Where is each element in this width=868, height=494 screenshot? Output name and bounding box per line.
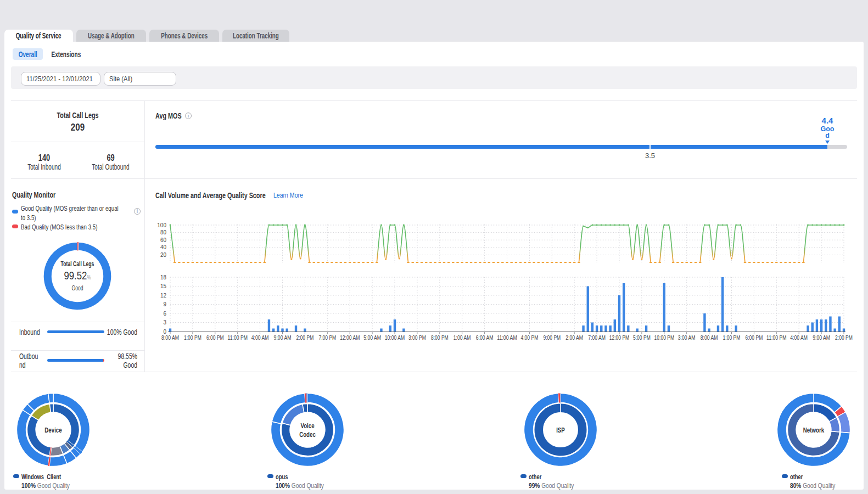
dashboard-page: Quality of Service Usage & Adoption Phon…	[0, 0, 868, 494]
svg-text:10:00 AM: 10:00 AM	[385, 334, 405, 341]
divider	[11, 350, 144, 351]
svg-text:40: 40	[160, 244, 167, 250]
legend-quality-text: Good Quality	[541, 481, 574, 490]
avg-mos-slider-track	[155, 145, 847, 149]
svg-text:8:00 PM: 8:00 PM	[431, 334, 449, 341]
network-donut-center-label: Network	[794, 426, 833, 434]
svg-text:7:00 AM: 7:00 AM	[588, 334, 606, 341]
avg-mos-threshold-label: 3.5	[645, 151, 655, 160]
tab-phones-devices[interactable]: Phones & Devices	[149, 30, 219, 42]
isp-legend-value: 99% Good Quality	[529, 481, 574, 490]
avg-mos-value: 4.4	[822, 116, 833, 125]
divider	[11, 142, 144, 142]
network-legend-value: 80% Good Quality	[790, 481, 835, 490]
outbound-row-label: Outbound	[19, 352, 41, 369]
tab-quality-of-service[interactable]: Quality of Service	[4, 30, 73, 42]
svg-text:12:00 AM: 12:00 AM	[340, 334, 360, 341]
total-outbound-value: 69	[84, 153, 137, 163]
avg-mos-status: Good	[820, 126, 835, 139]
svg-text:4:00 AM: 4:00 AM	[790, 334, 808, 341]
date-range-input[interactable]: 11/25/2021 - 12/01/2021	[21, 72, 100, 86]
svg-text:12: 12	[160, 293, 167, 299]
site-filter-input[interactable]: Site (All)	[104, 72, 176, 86]
legend-quality-text: Good Quality	[292, 481, 324, 490]
total-inbound-value: 140	[18, 153, 71, 163]
divider	[11, 322, 144, 322]
inbound-row-label: Inbound	[19, 328, 41, 336]
inbound-row-value: 100% Good	[105, 328, 137, 336]
svg-text:3: 3	[163, 319, 166, 325]
svg-text:7:00 PM: 7:00 PM	[318, 334, 336, 341]
svg-text:10:00 PM: 10:00 PM	[654, 334, 674, 341]
subtab-label: Extensions	[51, 50, 81, 59]
total-outbound-label: Total Outbound	[87, 162, 135, 171]
date-range-text: 11/25/2021 - 12/01/2021	[26, 75, 93, 83]
svg-text:18: 18	[160, 274, 167, 280]
tab-usage-adoption[interactable]: Usage & Adoption	[76, 30, 146, 42]
voice-codec-legend-name: opus	[276, 473, 288, 481]
svg-text:3:00 PM: 3:00 PM	[408, 334, 426, 341]
svg-text:1:00 PM: 1:00 PM	[723, 334, 741, 341]
svg-text:4:00 PM: 4:00 PM	[521, 334, 539, 341]
legend-quality-text: Good Quality	[37, 481, 70, 490]
total-call-legs-label: Total Call Legs	[30, 110, 126, 120]
subtab-label: Overall	[18, 50, 37, 59]
subtab-overall[interactable]: Overall	[13, 48, 43, 60]
svg-text:2:00 AM: 2:00 AM	[565, 334, 583, 341]
legend-percent: 100%	[21, 481, 36, 490]
device-donut-center-label: Device	[33, 426, 73, 434]
subtab-extensions[interactable]: Extensions	[48, 48, 83, 60]
svg-text:9:00 AM: 9:00 AM	[813, 334, 830, 341]
tab-location-tracking[interactable]: Location Tracking	[222, 30, 289, 42]
svg-text:9:00 PM: 9:00 PM	[543, 334, 561, 341]
bad-quality-legend-dot	[12, 224, 18, 228]
tab-label: Location Tracking	[233, 31, 279, 40]
svg-text:4:00 AM: 4:00 AM	[251, 334, 269, 341]
svg-text:5:00 AM: 5:00 AM	[363, 334, 381, 341]
avg-mos-title: Avg MOS	[155, 111, 182, 120]
svg-text:6: 6	[163, 311, 166, 317]
svg-text:100: 100	[157, 222, 166, 228]
svg-text:8:00 AM: 8:00 AM	[701, 334, 718, 341]
qm-donut-center-value: 99.52%	[50, 269, 104, 282]
total-call-legs-value: 209	[24, 121, 131, 133]
isp-legend-name: other	[529, 473, 541, 481]
svg-text:0: 0	[163, 329, 166, 335]
svg-text:8:00 AM: 8:00 AM	[161, 334, 179, 341]
svg-text:6:00 AM: 6:00 AM	[476, 334, 494, 341]
svg-text:3:00 AM: 3:00 AM	[678, 334, 696, 341]
svg-text:11:00 PM: 11:00 PM	[766, 334, 786, 341]
legend-percent: 99%	[529, 481, 540, 490]
svg-text:1:00 AM: 1:00 AM	[453, 334, 471, 341]
svg-text:15: 15	[160, 283, 167, 289]
svg-text:20: 20	[160, 252, 167, 258]
device-legend-dot	[13, 474, 19, 478]
qm-donut-center-status: Good	[53, 284, 102, 292]
avg-mos-value-marker[interactable]: 4.4 Good	[817, 116, 837, 144]
site-filter-text: Site (All)	[109, 75, 132, 83]
svg-text:2:00 PM: 2:00 PM	[296, 334, 314, 341]
bad-quality-legend-label: Bad Quality (MOS less than 3.5)	[21, 223, 132, 231]
learn-more-link[interactable]: Learn More	[273, 191, 303, 199]
svg-text:11:00 PM: 11:00 PM	[228, 334, 248, 341]
isp-donut-center-label: ISP	[541, 426, 580, 434]
device-legend-name: Windows_Client	[21, 473, 61, 481]
good-quality-legend-dot	[12, 210, 18, 214]
good-quality-bar-segment	[47, 359, 103, 362]
info-icon[interactable]: i	[134, 208, 141, 215]
svg-text:11:00 AM: 11:00 AM	[497, 334, 517, 341]
quality-monitor-title: Quality Monitor	[12, 190, 55, 199]
divider	[11, 100, 857, 101]
info-icon[interactable]: i	[185, 113, 192, 119]
tab-label: Phones & Devices	[161, 31, 208, 40]
inbound-quality-bar	[47, 330, 104, 333]
call-volume-quality-chart[interactable]: 2040608010003691215188:00 AM1:00 PM6:00 …	[144, 214, 864, 350]
good-quality-bar-segment	[47, 330, 104, 333]
device-legend-value: 100% Good Quality	[21, 481, 70, 490]
svg-text:9: 9	[163, 301, 166, 307]
svg-text:60: 60	[160, 237, 167, 243]
divider	[11, 372, 857, 372]
voice-codec-donut-center-label: Voice Codec	[295, 422, 319, 439]
avg-mos-threshold-tick	[649, 145, 651, 149]
tab-label: Quality of Service	[16, 31, 61, 40]
